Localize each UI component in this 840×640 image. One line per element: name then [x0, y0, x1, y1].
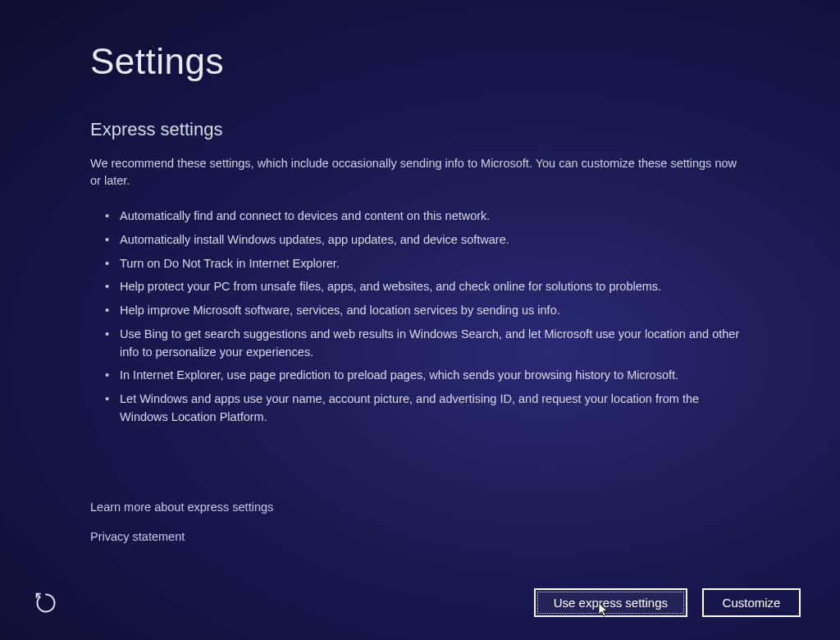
use-express-settings-button[interactable]: Use express settings — [534, 588, 687, 617]
learn-more-link[interactable]: Learn more about express settings — [90, 501, 750, 514]
page-title: Settings — [90, 41, 750, 82]
list-item: Automatically find and connect to device… — [105, 208, 750, 226]
list-item: Use Bing to get search suggestions and w… — [105, 326, 750, 362]
list-item: Turn on Do Not Track in Internet Explore… — [105, 255, 750, 273]
privacy-statement-link[interactable]: Privacy statement — [90, 530, 750, 543]
customize-button[interactable]: Customize — [702, 588, 801, 617]
list-item: Help protect your PC from unsafe files, … — [105, 278, 750, 296]
section-title: Express settings — [90, 119, 750, 140]
list-item: Let Windows and apps use your name, acco… — [105, 391, 750, 427]
settings-list: Automatically find and connect to device… — [90, 208, 750, 427]
list-item: Automatically install Windows updates, a… — [105, 231, 750, 249]
list-item: Help improve Microsoft software, service… — [105, 302, 750, 320]
ease-of-access-icon[interactable] — [33, 590, 59, 616]
list-item: In Internet Explorer, use page predictio… — [105, 367, 750, 385]
section-description: We recommend these settings, which inclu… — [90, 155, 750, 190]
